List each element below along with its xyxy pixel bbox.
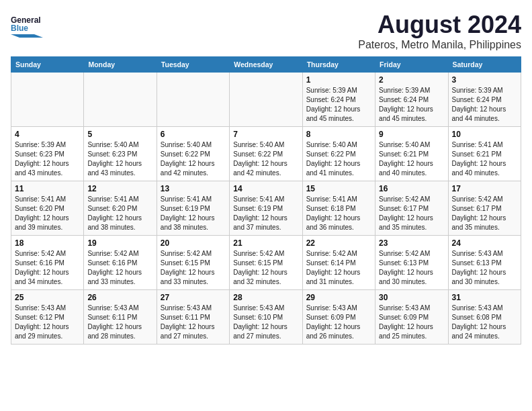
calendar-cell-3-1: 11Sunrise: 5:41 AMSunset: 6:20 PMDayligh… xyxy=(11,181,84,236)
calendar-cell-3-4: 14Sunrise: 5:41 AMSunset: 6:19 PMDayligh… xyxy=(230,181,302,236)
col-monday: Monday xyxy=(84,57,157,73)
day-info: Sunrise: 5:41 AMSunset: 6:20 PMDaylight:… xyxy=(87,195,152,232)
logo: General Blue xyxy=(11,11,43,38)
calendar-cell-3-5: 15Sunrise: 5:41 AMSunset: 6:18 PMDayligh… xyxy=(302,181,375,236)
calendar-cell-4-3: 20Sunrise: 5:42 AMSunset: 6:15 PMDayligh… xyxy=(157,236,229,290)
day-info: Sunrise: 5:39 AMSunset: 6:23 PMDaylight:… xyxy=(15,140,80,178)
calendar-cell-1-4 xyxy=(230,73,302,127)
calendar-cell-3-2: 12Sunrise: 5:41 AMSunset: 6:20 PMDayligh… xyxy=(84,181,157,236)
svg-text:Blue: Blue xyxy=(11,24,28,33)
main-title: August 2024 xyxy=(358,11,521,39)
title-block: August 2024 Pateros, Metro Manila, Phili… xyxy=(358,11,521,51)
day-number: 31 xyxy=(452,293,517,302)
calendar-week-1: 1Sunrise: 5:39 AMSunset: 6:24 PMDaylight… xyxy=(11,73,521,127)
day-info: Sunrise: 5:43 AMSunset: 6:11 PMDaylight:… xyxy=(161,304,226,341)
day-info: Sunrise: 5:40 AMSunset: 6:22 PMDaylight:… xyxy=(161,140,226,178)
day-number: 6 xyxy=(161,130,226,139)
calendar-cell-4-7: 24Sunrise: 5:43 AMSunset: 6:13 PMDayligh… xyxy=(448,236,521,290)
calendar-cell-1-5: 1Sunrise: 5:39 AMSunset: 6:24 PMDaylight… xyxy=(302,73,375,127)
day-number: 13 xyxy=(161,184,226,193)
calendar-cell-5-2: 26Sunrise: 5:43 AMSunset: 6:11 PMDayligh… xyxy=(84,290,157,345)
day-number: 7 xyxy=(233,130,298,139)
calendar-cell-4-1: 18Sunrise: 5:42 AMSunset: 6:16 PMDayligh… xyxy=(11,236,84,290)
sub-title: Pateros, Metro Manila, Philippines xyxy=(358,39,521,51)
day-info: Sunrise: 5:42 AMSunset: 6:17 PMDaylight:… xyxy=(452,195,517,232)
calendar-cell-1-2 xyxy=(84,73,157,127)
calendar-cell-2-5: 8Sunrise: 5:40 AMSunset: 6:22 PMDaylight… xyxy=(302,127,375,181)
day-number: 8 xyxy=(306,130,371,139)
day-number: 12 xyxy=(87,184,152,193)
day-number: 29 xyxy=(306,293,371,302)
day-number: 21 xyxy=(233,238,298,248)
calendar-cell-3-7: 17Sunrise: 5:42 AMSunset: 6:17 PMDayligh… xyxy=(448,181,521,236)
day-number: 28 xyxy=(233,293,298,302)
day-number: 10 xyxy=(452,130,517,139)
page-header: General Blue August 2024 Pateros, Metro … xyxy=(11,11,521,51)
day-info: Sunrise: 5:43 AMSunset: 6:10 PMDaylight:… xyxy=(233,304,298,341)
calendar-week-2: 4Sunrise: 5:39 AMSunset: 6:23 PMDaylight… xyxy=(11,127,521,181)
calendar-cell-5-7: 31Sunrise: 5:43 AMSunset: 6:08 PMDayligh… xyxy=(448,290,521,345)
calendar-cell-2-4: 7Sunrise: 5:40 AMSunset: 6:22 PMDaylight… xyxy=(230,127,302,181)
day-number: 3 xyxy=(452,75,517,85)
day-info: Sunrise: 5:40 AMSunset: 6:21 PMDaylight:… xyxy=(379,140,444,178)
day-number: 24 xyxy=(452,238,517,248)
day-info: Sunrise: 5:41 AMSunset: 6:20 PMDaylight:… xyxy=(15,195,80,232)
col-saturday: Saturday xyxy=(448,57,521,73)
calendar-cell-4-6: 23Sunrise: 5:42 AMSunset: 6:13 PMDayligh… xyxy=(375,236,448,290)
day-info: Sunrise: 5:40 AMSunset: 6:22 PMDaylight:… xyxy=(233,140,298,178)
day-number: 25 xyxy=(15,293,80,302)
day-info: Sunrise: 5:43 AMSunset: 6:08 PMDaylight:… xyxy=(452,304,517,341)
day-info: Sunrise: 5:43 AMSunset: 6:13 PMDaylight:… xyxy=(452,249,517,287)
day-number: 27 xyxy=(161,293,226,302)
calendar-week-4: 18Sunrise: 5:42 AMSunset: 6:16 PMDayligh… xyxy=(11,236,521,290)
day-info: Sunrise: 5:40 AMSunset: 6:22 PMDaylight:… xyxy=(306,140,371,178)
col-sunday: Sunday xyxy=(11,57,84,73)
day-number: 15 xyxy=(306,184,371,193)
calendar-cell-2-7: 10Sunrise: 5:41 AMSunset: 6:21 PMDayligh… xyxy=(448,127,521,181)
day-info: Sunrise: 5:41 AMSunset: 6:19 PMDaylight:… xyxy=(233,195,298,232)
day-info: Sunrise: 5:42 AMSunset: 6:15 PMDaylight:… xyxy=(161,249,226,287)
calendar-cell-5-5: 29Sunrise: 5:43 AMSunset: 6:09 PMDayligh… xyxy=(302,290,375,345)
calendar-cell-1-6: 2Sunrise: 5:39 AMSunset: 6:24 PMDaylight… xyxy=(375,73,448,127)
day-info: Sunrise: 5:42 AMSunset: 6:15 PMDaylight:… xyxy=(233,249,298,287)
day-number: 16 xyxy=(379,184,444,193)
day-info: Sunrise: 5:42 AMSunset: 6:16 PMDaylight:… xyxy=(87,249,152,287)
day-info: Sunrise: 5:39 AMSunset: 6:24 PMDaylight:… xyxy=(306,86,371,124)
calendar-cell-4-5: 22Sunrise: 5:42 AMSunset: 6:14 PMDayligh… xyxy=(302,236,375,290)
day-info: Sunrise: 5:41 AMSunset: 6:21 PMDaylight:… xyxy=(452,140,517,178)
col-friday: Friday xyxy=(375,57,448,73)
calendar-cell-5-4: 28Sunrise: 5:43 AMSunset: 6:10 PMDayligh… xyxy=(230,290,302,345)
day-info: Sunrise: 5:39 AMSunset: 6:24 PMDaylight:… xyxy=(379,86,444,124)
calendar-cell-1-7: 3Sunrise: 5:39 AMSunset: 6:24 PMDaylight… xyxy=(448,73,521,127)
day-info: Sunrise: 5:39 AMSunset: 6:24 PMDaylight:… xyxy=(452,86,517,124)
calendar-cell-1-3 xyxy=(157,73,229,127)
day-info: Sunrise: 5:42 AMSunset: 6:17 PMDaylight:… xyxy=(379,195,444,232)
calendar-week-5: 25Sunrise: 5:43 AMSunset: 6:12 PMDayligh… xyxy=(11,290,521,345)
day-number: 17 xyxy=(452,184,517,193)
day-info: Sunrise: 5:43 AMSunset: 6:11 PMDaylight:… xyxy=(87,304,152,341)
day-number: 30 xyxy=(379,293,444,302)
day-number: 23 xyxy=(379,238,444,248)
day-info: Sunrise: 5:43 AMSunset: 6:09 PMDaylight:… xyxy=(379,304,444,341)
calendar-cell-3-3: 13Sunrise: 5:41 AMSunset: 6:19 PMDayligh… xyxy=(157,181,229,236)
day-info: Sunrise: 5:42 AMSunset: 6:14 PMDaylight:… xyxy=(306,249,371,287)
day-number: 1 xyxy=(306,75,371,85)
day-number: 11 xyxy=(15,184,80,193)
calendar-cell-5-3: 27Sunrise: 5:43 AMSunset: 6:11 PMDayligh… xyxy=(157,290,229,345)
day-number: 4 xyxy=(15,130,80,139)
calendar-table: Sunday Monday Tuesday Wednesday Thursday… xyxy=(11,56,521,345)
day-number: 9 xyxy=(379,130,444,139)
calendar-cell-2-2: 5Sunrise: 5:40 AMSunset: 6:23 PMDaylight… xyxy=(84,127,157,181)
calendar-week-3: 11Sunrise: 5:41 AMSunset: 6:20 PMDayligh… xyxy=(11,181,521,236)
day-info: Sunrise: 5:43 AMSunset: 6:09 PMDaylight:… xyxy=(306,304,371,341)
day-info: Sunrise: 5:41 AMSunset: 6:18 PMDaylight:… xyxy=(306,195,371,232)
day-info: Sunrise: 5:42 AMSunset: 6:16 PMDaylight:… xyxy=(15,249,80,287)
day-number: 20 xyxy=(161,238,226,248)
calendar-cell-2-1: 4Sunrise: 5:39 AMSunset: 6:23 PMDaylight… xyxy=(11,127,84,181)
day-info: Sunrise: 5:41 AMSunset: 6:19 PMDaylight:… xyxy=(161,195,226,232)
day-number: 2 xyxy=(379,75,444,85)
calendar-cell-5-1: 25Sunrise: 5:43 AMSunset: 6:12 PMDayligh… xyxy=(11,290,84,345)
day-number: 14 xyxy=(233,184,298,193)
col-thursday: Thursday xyxy=(302,57,375,73)
calendar-cell-2-3: 6Sunrise: 5:40 AMSunset: 6:22 PMDaylight… xyxy=(157,127,229,181)
